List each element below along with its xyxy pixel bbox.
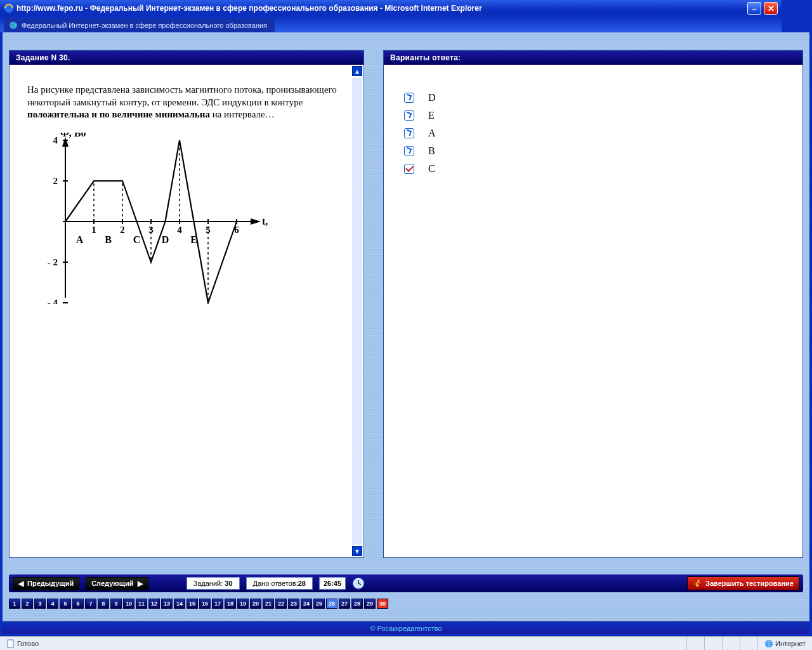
- question-number-button[interactable]: 6: [72, 599, 84, 609]
- question-number-button[interactable]: 27: [339, 599, 350, 609]
- globe-icon: [9, 21, 18, 30]
- question-number-button[interactable]: 4: [47, 599, 58, 609]
- question-number-button[interactable]: 14: [174, 599, 185, 609]
- answer-label: B: [428, 145, 435, 157]
- checkbox-icon[interactable]: [404, 93, 414, 103]
- timer-box: 26:45: [319, 577, 346, 590]
- question-number-button[interactable]: 16: [199, 599, 211, 609]
- answer-option[interactable]: B: [402, 142, 782, 160]
- svg-marker-3: [62, 137, 69, 147]
- question-number-button[interactable]: 30: [377, 599, 388, 609]
- question-number-button[interactable]: 20: [250, 599, 261, 609]
- question-number-button[interactable]: 22: [275, 599, 287, 609]
- window-title: http://www.fepo.ru - Федеральный Интерне…: [16, 4, 747, 13]
- question-number-button[interactable]: 19: [237, 599, 249, 609]
- runner-icon: [693, 579, 702, 588]
- question-number-button[interactable]: 28: [351, 599, 363, 609]
- answered-count-box: Дано ответов:28: [246, 577, 313, 590]
- checkbox-icon[interactable]: [404, 146, 414, 156]
- answer-label: A: [428, 128, 436, 139]
- question-text-bold: положительна и по величине минимальна: [27, 109, 210, 119]
- chart: - 4- 224123456Ф, Вбt, сABCDE: [27, 133, 268, 304]
- answers-panel: Варианты ответа: DEABC: [383, 50, 782, 558]
- svg-text:- 4: - 4: [48, 298, 58, 304]
- scroll-up-button[interactable]: ▲: [352, 66, 362, 76]
- question-number-button[interactable]: 2: [22, 599, 33, 609]
- question-number-button[interactable]: 7: [85, 599, 96, 609]
- answer-label: D: [428, 92, 436, 103]
- question-number-button[interactable]: 24: [301, 599, 312, 609]
- triangle-right-icon: ▶: [138, 580, 143, 588]
- question-text-part1: На рисунке представлена зависимость магн…: [27, 84, 337, 107]
- question-number-button[interactable]: 21: [263, 599, 274, 609]
- answer-label: E: [428, 110, 435, 121]
- answer-label: C: [428, 163, 435, 175]
- checkbox-icon[interactable]: [404, 110, 414, 121]
- next-button-label: Следующий: [91, 580, 133, 587]
- finish-button[interactable]: Завершить тестирование: [687, 576, 782, 590]
- question-number-button[interactable]: 15: [187, 599, 198, 609]
- prev-button-label: Предыдущий: [27, 580, 74, 587]
- svg-text:1: 1: [91, 225, 96, 235]
- app-footer: © Росаккредагентство: [3, 621, 782, 625]
- question-number-button[interactable]: 17: [212, 599, 223, 609]
- question-number-button[interactable]: 9: [110, 599, 122, 609]
- question-text-part2: на интервале…: [210, 109, 275, 119]
- answer-option[interactable]: A: [402, 124, 782, 142]
- svg-text:2: 2: [53, 176, 58, 186]
- question-number-button[interactable]: 5: [60, 599, 71, 609]
- checkbox-icon[interactable]: [404, 164, 414, 174]
- svg-text:B: B: [105, 234, 112, 245]
- question-number-button[interactable]: 13: [161, 599, 173, 609]
- question-number-button[interactable]: 3: [34, 599, 46, 609]
- svg-text:E: E: [190, 234, 197, 245]
- clock-icon: [352, 577, 365, 590]
- question-panel: Задание N 30. ▲ ▼ На рисунке представлен…: [9, 50, 364, 558]
- svg-marker-5: [251, 218, 261, 225]
- next-button[interactable]: Следующий ▶: [86, 577, 148, 590]
- answers-body: DEABC: [384, 65, 782, 557]
- question-number-button[interactable]: 8: [98, 599, 109, 609]
- svg-point-42: [698, 580, 700, 582]
- svg-text:A: A: [76, 234, 84, 245]
- question-text: На рисунке представлена зависимость магн…: [27, 84, 346, 121]
- app-client: Задание N 30. ▲ ▼ На рисунке представлен…: [2, 32, 782, 625]
- svg-text:- 2: - 2: [48, 257, 58, 267]
- question-number-strip: 1234567891011121314151617181920212223242…: [9, 599, 388, 609]
- question-number-button[interactable]: 26: [326, 599, 337, 609]
- question-number-button[interactable]: 18: [225, 599, 236, 609]
- question-number-button[interactable]: 1: [9, 599, 20, 609]
- scroll-down-button[interactable]: ▼: [352, 546, 362, 556]
- svg-text:t, с: t, с: [262, 216, 268, 227]
- question-number-button[interactable]: 11: [136, 599, 147, 609]
- finish-button-label: Завершить тестирование: [705, 580, 782, 587]
- window-minimize-button[interactable]: –: [747, 2, 761, 15]
- ie-icon: [4, 3, 14, 13]
- question-number-button[interactable]: 10: [123, 599, 134, 609]
- question-body: ▲ ▼ На рисунке представлена зависимость …: [10, 65, 363, 557]
- svg-text:D: D: [162, 234, 169, 245]
- question-number-button[interactable]: 12: [148, 599, 160, 609]
- answers-header: Варианты ответа:: [384, 51, 782, 65]
- question-number-button[interactable]: 25: [313, 599, 325, 609]
- triangle-left-icon: ◀: [18, 580, 23, 588]
- browser-tab[interactable]: Федеральный Интернет-экзамен в сфере про…: [4, 18, 275, 32]
- answer-option[interactable]: D: [402, 89, 782, 107]
- browser-tab-label: Федеральный Интернет-экзамен в сфере про…: [22, 22, 267, 29]
- scrollbar-track[interactable]: [352, 77, 362, 545]
- svg-text:C: C: [133, 234, 141, 245]
- checkbox-icon[interactable]: [404, 128, 414, 138]
- svg-text:4: 4: [177, 225, 182, 235]
- answer-option[interactable]: C: [402, 160, 782, 178]
- question-number-button[interactable]: 29: [364, 599, 376, 609]
- answer-option[interactable]: E: [402, 107, 782, 124]
- question-header: Задание N 30.: [10, 51, 363, 65]
- navbar: ◀ Предыдущий Следующий ▶ Заданий: 30 Дан…: [9, 574, 782, 592]
- prev-button[interactable]: ◀ Предыдущий: [13, 577, 79, 590]
- question-number-button[interactable]: 23: [288, 599, 299, 609]
- window-close-button[interactable]: ✕: [764, 2, 778, 15]
- svg-text:2: 2: [120, 225, 125, 235]
- browser-tabbar: Федеральный Интернет-экзамен в сфере про…: [0, 17, 782, 32]
- svg-point-1: [10, 22, 17, 29]
- copyright: © Росаккредагентство: [370, 625, 442, 626]
